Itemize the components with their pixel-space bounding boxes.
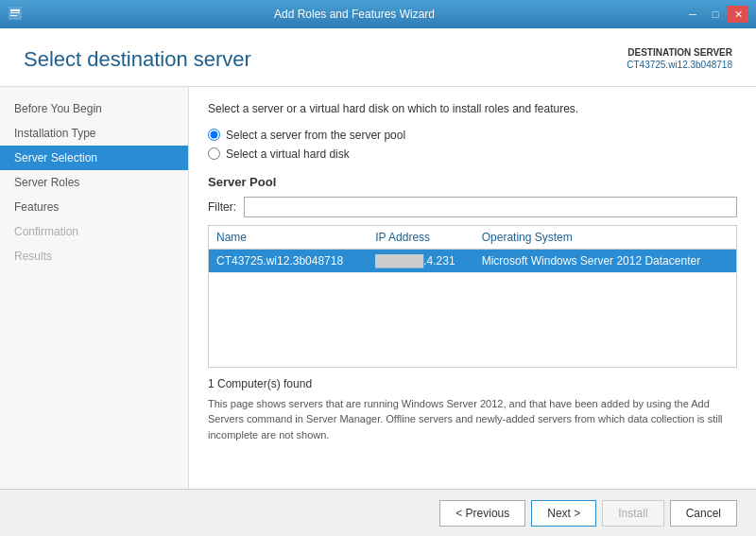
sidebar-item-results: Results <box>0 244 188 268</box>
main-window: Select destination server DESTINATION SE… <box>0 28 756 536</box>
ip-blurred: ██████ <box>375 254 423 268</box>
next-button[interactable]: Next > <box>531 500 596 527</box>
count-text: 1 Computer(s) found <box>208 377 737 390</box>
radio-vhd-input[interactable] <box>208 147 220 160</box>
radio-server-pool-label: Select a server from the server pool <box>226 129 405 142</box>
table-empty-row-4 <box>209 329 737 348</box>
radio-group: Select a server from the server pool Sel… <box>208 129 737 161</box>
server-pool-section-label: Server Pool <box>208 175 737 189</box>
info-text: This page shows servers that are running… <box>208 396 737 443</box>
sidebar-item-features[interactable]: Features <box>0 195 188 219</box>
svg-rect-3 <box>10 15 17 16</box>
col-name: Name <box>209 225 369 249</box>
cell-os: Microsoft Windows Server 2012 Datacenter <box>474 249 737 272</box>
close-button[interactable]: ✕ <box>728 6 748 23</box>
window-controls: ─ □ ✕ <box>682 6 748 23</box>
window-title: Add Roles and Features Wizard <box>26 8 682 21</box>
table-row[interactable]: CT43725.wi12.3b048718 ██████.4.231 Micro… <box>209 249 737 272</box>
sidebar-item-before-you-begin[interactable]: Before You Begin <box>0 96 188 121</box>
filter-label: Filter: <box>208 200 236 214</box>
sidebar-item-server-roles[interactable]: Server Roles <box>0 170 188 195</box>
sidebar-item-installation-type[interactable]: Installation Type <box>0 121 188 146</box>
previous-button[interactable]: < Previous <box>439 500 525 527</box>
destination-label: DESTINATION SERVER <box>627 47 732 58</box>
sidebar: Before You Begin Installation Type Serve… <box>0 87 189 489</box>
table-empty-row-2 <box>209 291 737 310</box>
cell-ip: ██████.4.231 <box>368 249 473 272</box>
table-empty-row-3 <box>209 310 737 329</box>
svg-rect-1 <box>10 9 20 11</box>
instruction-text: Select a server or a virtual hard disk o… <box>208 101 737 117</box>
col-os: Operating System <box>474 225 737 249</box>
filter-row: Filter: <box>208 197 737 217</box>
cell-server-name: CT43725.wi12.3b048718 <box>209 249 369 272</box>
minimize-button[interactable]: ─ <box>682 6 703 23</box>
page-title: Select destination server <box>24 47 251 72</box>
table-empty-row-1 <box>209 272 737 291</box>
svg-rect-2 <box>10 12 20 13</box>
filter-input[interactable] <box>244 197 737 217</box>
titlebar: Add Roles and Features Wizard ─ □ ✕ <box>0 0 756 28</box>
maximize-button[interactable]: □ <box>705 6 726 23</box>
radio-server-pool[interactable]: Select a server from the server pool <box>208 129 737 142</box>
footer: < Previous Next > Install Cancel <box>0 489 756 536</box>
content-area: Select a server or a virtual hard disk o… <box>189 87 756 489</box>
table-empty-row-5 <box>209 348 737 367</box>
destination-value: CT43725.wi12.3b048718 <box>627 60 732 70</box>
radio-vhd[interactable]: Select a virtual hard disk <box>208 147 737 161</box>
install-button[interactable]: Install <box>602 500 663 527</box>
page-header: Select destination server DESTINATION SE… <box>0 28 756 87</box>
titlebar-icon <box>8 6 26 24</box>
body: Before You Begin Installation Type Serve… <box>0 87 756 489</box>
cancel-button[interactable]: Cancel <box>670 500 737 527</box>
server-table: Name IP Address Operating System CT43725… <box>208 225 737 368</box>
radio-server-pool-input[interactable] <box>208 129 220 141</box>
sidebar-item-server-selection[interactable]: Server Selection <box>0 146 188 170</box>
col-ip: IP Address <box>368 225 473 249</box>
sidebar-item-confirmation: Confirmation <box>0 219 188 244</box>
destination-server-info: DESTINATION SERVER CT43725.wi12.3b048718 <box>627 47 732 70</box>
radio-vhd-label: Select a virtual hard disk <box>226 147 350 161</box>
